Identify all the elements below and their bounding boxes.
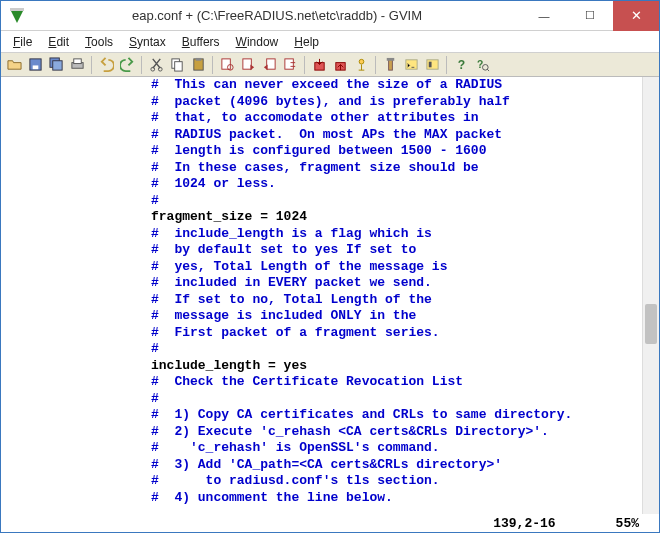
text-editor[interactable]: # This can never exceed the size of a RA… — [1, 77, 659, 514]
toolbar-separator — [446, 56, 447, 74]
code-line: # 1024 or less. — [11, 176, 659, 193]
svg-rect-25 — [426, 60, 437, 69]
code-line: # — [11, 193, 659, 210]
maximize-button[interactable]: ☐ — [567, 1, 613, 31]
cut-icon[interactable] — [147, 56, 165, 74]
code-line: # included in EVERY packet we send. — [11, 275, 659, 292]
code-line: include_length = yes — [11, 358, 659, 375]
svg-text:?: ? — [476, 59, 482, 70]
svg-rect-1 — [10, 8, 24, 11]
svg-rect-3 — [32, 65, 38, 69]
menu-syntax[interactable]: Syntax — [123, 34, 172, 50]
svg-rect-16 — [242, 59, 250, 69]
svg-rect-17 — [266, 59, 274, 69]
close-button[interactable]: ✕ — [613, 1, 659, 31]
gvim-app-icon — [7, 6, 27, 26]
svg-rect-14 — [221, 59, 229, 69]
copy-icon[interactable] — [168, 56, 186, 74]
code-line: # 2) Execute 'c_rehash <CA certs&CRLs Di… — [11, 424, 659, 441]
code-line: fragment_size = 1024 — [11, 209, 659, 226]
toolbar-separator — [212, 56, 213, 74]
code-line: # packet (4096 bytes), and is preferably… — [11, 94, 659, 111]
code-line: # 3) Add 'CA_path=<CA certs&CRLs directo… — [11, 457, 659, 474]
vertical-scrollbar[interactable] — [642, 77, 659, 514]
print-icon[interactable] — [68, 56, 86, 74]
window-title: eap.conf + (C:\FreeRADIUS.net\etc\raddb)… — [33, 8, 521, 23]
scroll-percent: 55% — [616, 516, 639, 531]
code-line: # by default set to yes If set to — [11, 242, 659, 259]
paste-icon[interactable] — [189, 56, 207, 74]
code-line: # length is configured between 1500 - 16… — [11, 143, 659, 160]
menu-file[interactable]: File — [7, 34, 38, 50]
menu-edit[interactable]: Edit — [42, 34, 75, 50]
menu-buffers[interactable]: Buffers — [176, 34, 226, 50]
code-line: # RADIUS packet. On most APs the MAX pac… — [11, 127, 659, 144]
toolbar: ? ? — [1, 53, 659, 77]
svg-point-21 — [359, 59, 364, 64]
svg-text:?: ? — [457, 58, 464, 72]
svg-marker-0 — [10, 9, 24, 23]
svg-line-30 — [487, 69, 489, 71]
svg-rect-26 — [428, 62, 431, 68]
open-icon[interactable] — [5, 56, 23, 74]
save-icon[interactable] — [26, 56, 44, 74]
save-all-icon[interactable] — [47, 56, 65, 74]
toolbar-separator — [304, 56, 305, 74]
code-line: # 4) uncomment the line below. — [11, 490, 659, 507]
help-icon[interactable]: ? — [452, 56, 470, 74]
window-buttons: — ☐ ✕ — [521, 1, 659, 31]
menu-help[interactable]: Help — [288, 34, 325, 50]
code-line: # message is included ONLY in the — [11, 308, 659, 325]
code-line: # to radiusd.conf's tls section. — [11, 473, 659, 490]
shell-icon[interactable] — [402, 56, 420, 74]
code-line: # — [11, 391, 659, 408]
ctags-icon[interactable] — [423, 56, 441, 74]
save-session-icon[interactable] — [331, 56, 349, 74]
code-line: # First packet of a fragment series. — [11, 325, 659, 342]
find-next-icon[interactable] — [239, 56, 257, 74]
code-line: # that, to accomodate other attributes i… — [11, 110, 659, 127]
code-line: # yes, Total Length of the message is — [11, 259, 659, 276]
menu-window[interactable]: Window — [230, 34, 285, 50]
svg-rect-5 — [52, 61, 61, 70]
find-prev-icon[interactable] — [260, 56, 278, 74]
editor-area: # This can never exceed the size of a RA… — [1, 77, 659, 532]
menu-tools[interactable]: Tools — [79, 34, 119, 50]
code-line: # include_length is a flag which is — [11, 226, 659, 243]
make-icon[interactable] — [381, 56, 399, 74]
code-line: # This can never exceed the size of a RA… — [11, 77, 659, 94]
find-help-icon[interactable]: ? — [473, 56, 491, 74]
cursor-position: 139,2-16 — [493, 516, 555, 531]
toolbar-separator — [91, 56, 92, 74]
code-line: # Check the Certificate Revocation List — [11, 374, 659, 391]
code-line: # 1) Copy CA certificates and CRLs to sa… — [11, 407, 659, 424]
svg-rect-11 — [174, 62, 182, 71]
toolbar-separator — [375, 56, 376, 74]
svg-rect-23 — [386, 58, 394, 61]
titlebar: eap.conf + (C:\FreeRADIUS.net\etc\raddb)… — [1, 1, 659, 31]
svg-rect-18 — [284, 59, 292, 69]
redo-icon[interactable] — [118, 56, 136, 74]
code-line: # If set to no, Total Length of the — [11, 292, 659, 309]
minimize-button[interactable]: — — [521, 1, 567, 31]
status-line: 139,2-16 55% — [1, 514, 659, 532]
toolbar-separator — [141, 56, 142, 74]
replace-icon[interactable] — [281, 56, 299, 74]
scrollbar-thumb[interactable] — [645, 304, 657, 344]
undo-icon[interactable] — [97, 56, 115, 74]
code-line: # — [11, 341, 659, 358]
svg-rect-7 — [73, 59, 81, 64]
code-line: # In these cases, fragment size should b… — [11, 160, 659, 177]
run-script-icon[interactable] — [352, 56, 370, 74]
svg-rect-13 — [195, 58, 201, 61]
menubar: File Edit Tools Syntax Buffers Window He… — [1, 31, 659, 53]
find-icon[interactable] — [218, 56, 236, 74]
load-session-icon[interactable] — [310, 56, 328, 74]
code-line: # 'c_rehash' is OpenSSL's command. — [11, 440, 659, 457]
